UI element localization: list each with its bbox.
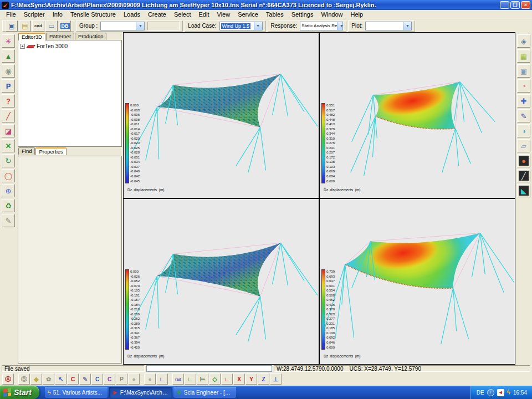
flower-icon[interactable]: ✿: [43, 374, 54, 385]
menu-item[interactable]: Edit: [195, 11, 213, 18]
cube-edit-icon[interactable]: ✎: [79, 374, 91, 385]
response-group: Response: Static Analysis Re ▼: [268, 21, 347, 32]
label-a-icon[interactable]: A: [2, 374, 14, 385]
group-select[interactable]: ▼: [100, 22, 145, 30]
tree-expander-icon[interactable]: +: [20, 44, 25, 49]
tab-editor3d[interactable]: Editor3D: [18, 33, 45, 40]
help-wizard-icon[interactable]: ?: [2, 94, 15, 108]
language-indicator[interactable]: DE: [477, 390, 484, 396]
tab-properties[interactable]: Properties: [35, 147, 66, 155]
rad-icon[interactable]: rad: [172, 374, 184, 385]
dome-mesh-icon[interactable]: ◉: [2, 64, 15, 78]
trash-icon[interactable]: ♻: [2, 199, 15, 212]
curve-c-icon[interactable]: C: [91, 374, 103, 385]
legend-value: 0.069: [326, 169, 335, 174]
tree-item-forten[interactable]: + ForTen 3000: [18, 40, 121, 52]
menu-item[interactable]: Tables: [262, 11, 288, 18]
work-plane-icon[interactable]: ◇: [209, 374, 221, 385]
view-3d-icon[interactable]: ◈: [517, 34, 530, 48]
ring-icon[interactable]: ◯: [2, 169, 15, 182]
menu-item[interactable]: Scripter: [20, 11, 49, 18]
menu-item[interactable]: Window: [317, 11, 346, 18]
perspective-axis-icon[interactable]: ⊥: [270, 374, 282, 385]
cable-c-icon[interactable]: C: [67, 374, 79, 385]
chevron-down-icon[interactable]: ▼: [254, 22, 262, 30]
response-select[interactable]: Static Analysis Re ▼: [300, 22, 343, 30]
render-sphere-icon[interactable]: ●: [517, 154, 530, 167]
sketch-icon[interactable]: ✎: [2, 214, 15, 227]
import-icon[interactable]: ▤: [19, 21, 31, 32]
copy-view-icon[interactable]: ▱: [517, 139, 530, 152]
z-axis-icon[interactable]: Z: [258, 374, 269, 385]
cad-import-icon[interactable]: cad: [32, 21, 44, 32]
command-input[interactable]: [146, 365, 272, 372]
render-solid-icon[interactable]: ◣: [517, 184, 530, 197]
task-winamp[interactable]: ϟ 51. Various Artists...: [45, 387, 108, 398]
dim-circle-icon[interactable]: ●: [128, 374, 140, 385]
shapes-icon[interactable]: ◆: [30, 374, 42, 385]
orbit-view-icon[interactable]: ◑: [517, 124, 530, 137]
minimize-button[interactable]: _: [500, 1, 509, 9]
mesh-plane-icon[interactable]: ▦: [517, 49, 530, 63]
viewport-top-right[interactable]: 0.5510.5170.4820.4480.4130.3790.3440.310…: [320, 33, 515, 198]
task-forten[interactable]: ► F:\MaxSync\Archiv...: [109, 387, 172, 398]
delete-elements-icon[interactable]: ✕: [2, 139, 15, 152]
close-button[interactable]: ×: [521, 1, 530, 9]
tab-find[interactable]: Find: [18, 147, 35, 155]
menu-item[interactable]: Loads: [120, 11, 144, 18]
dim-circle2-icon[interactable]: ●: [144, 374, 156, 385]
task-scia[interactable]: ❖ Scia Engineer - [H...: [173, 387, 236, 398]
chevron-down-icon[interactable]: ▼: [403, 22, 411, 30]
ucs-flag-icon[interactable]: ⊢: [197, 374, 208, 385]
menu-item[interactable]: Create: [144, 11, 170, 18]
measure-tape-icon[interactable]: ╱: [2, 109, 15, 122]
chevron-down-icon[interactable]: ▼: [136, 22, 144, 30]
p-tool-icon[interactable]: P: [116, 374, 127, 385]
y-axis-icon[interactable]: Y: [245, 374, 257, 385]
terrain-icon[interactable]: ▲: [2, 49, 15, 63]
hide-icons-chevron[interactable]: ‹: [487, 389, 494, 396]
plot-quantity-label: Dz displacements (m): [127, 188, 164, 192]
menu-item[interactable]: Select: [170, 11, 195, 18]
point-load-icon[interactable]: P: [2, 79, 15, 93]
contour-c-icon[interactable]: C: [104, 374, 115, 385]
legend-value: 0.482: [326, 112, 335, 117]
new-model-icon[interactable]: ▣: [6, 21, 18, 32]
menu-item[interactable]: Tensile Structure: [66, 11, 120, 18]
measure-pencil-icon[interactable]: ✎: [517, 109, 530, 122]
winamp-tray-icon[interactable]: ϟ: [507, 388, 510, 396]
plot-select[interactable]: ▼: [365, 22, 412, 30]
restore-button[interactable]: ❐: [510, 1, 520, 9]
menu-item[interactable]: View: [213, 11, 234, 18]
zoom-window-icon[interactable]: ▣: [517, 64, 530, 78]
save-icon[interactable]: ▭: [45, 21, 58, 32]
database-icon[interactable]: DB: [59, 21, 71, 32]
load-case-select[interactable]: Wind Up 1.5 ▼: [219, 22, 263, 30]
chevron-down-icon[interactable]: ▼: [337, 22, 343, 30]
menu-item[interactable]: File: [2, 11, 20, 18]
menu-item[interactable]: Service: [234, 11, 262, 18]
membrane-icon[interactable]: ◪: [2, 124, 15, 137]
viewport-bottom-left[interactable]: 0.000-0.026-0.052-0.079-0.105-0.131-0.15…: [124, 199, 319, 364]
menu-item[interactable]: Help: [347, 11, 367, 18]
menu-item[interactable]: Info: [49, 11, 66, 18]
ucs-axis2-icon[interactable]: ∟: [221, 374, 233, 385]
volume-icon[interactable]: ◄: [497, 389, 504, 396]
x-axis-icon[interactable]: X: [233, 374, 245, 385]
pan-cross-icon[interactable]: ✚: [517, 94, 530, 108]
axis-node-icon[interactable]: ∟: [156, 374, 168, 385]
tab-patterner[interactable]: Patterner: [46, 33, 74, 40]
pinwheel-icon[interactable]: ✳: [2, 34, 15, 48]
swoosh-curve-icon[interactable]: ↻: [2, 154, 15, 167]
start-button[interactable]: Start: [0, 386, 39, 399]
pointer-arrow-icon[interactable]: ↖: [55, 374, 66, 385]
zoom-orbit-icon[interactable]: ◔: [517, 79, 530, 93]
menu-item[interactable]: Settings: [288, 11, 318, 18]
render-wire-icon[interactable]: ╱: [517, 169, 530, 182]
link-ab-icon[interactable]: ⊕: [2, 184, 15, 197]
viewport-top-left[interactable]: 0.000-0.003-0.006-0.008-0.011-0.014-0.01…: [124, 33, 319, 198]
viewport-bottom-right[interactable]: 0.7390.6930.6470.6010.5540.5080.4620.416…: [320, 199, 515, 364]
ucs-axis-icon[interactable]: ∟: [185, 374, 196, 385]
label-b-icon[interactable]: B: [18, 374, 30, 385]
tab-production[interactable]: Production: [75, 33, 106, 40]
